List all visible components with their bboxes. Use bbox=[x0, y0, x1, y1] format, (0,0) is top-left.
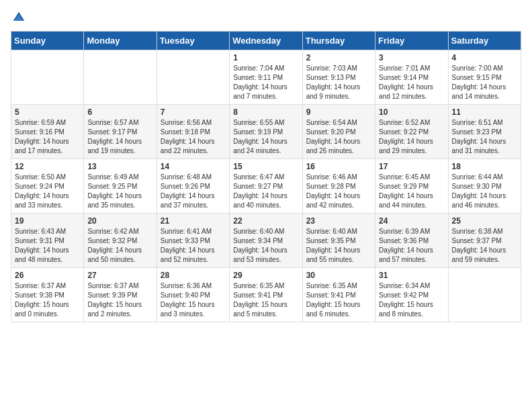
day-info: Sunrise: 6:35 AM Sunset: 9:41 PM Dayligh… bbox=[233, 281, 298, 319]
day-number: 31 bbox=[379, 271, 444, 280]
calendar-header-thursday: Thursday bbox=[302, 32, 375, 50]
day-info: Sunrise: 7:01 AM Sunset: 9:14 PM Dayligh… bbox=[379, 64, 444, 101]
day-number: 29 bbox=[233, 271, 298, 280]
day-info: Sunrise: 6:37 AM Sunset: 9:38 PM Dayligh… bbox=[15, 281, 80, 319]
day-number: 18 bbox=[452, 162, 517, 171]
day-number: 3 bbox=[379, 53, 444, 62]
day-number: 26 bbox=[15, 271, 80, 280]
calendar-cell: 16Sunrise: 6:46 AM Sunset: 9:28 PM Dayli… bbox=[302, 159, 375, 214]
calendar-cell: 3Sunrise: 7:01 AM Sunset: 9:14 PM Daylig… bbox=[375, 50, 448, 105]
day-number: 19 bbox=[15, 216, 80, 226]
day-number: 17 bbox=[379, 162, 444, 171]
day-number: 10 bbox=[379, 107, 444, 117]
calendar-cell: 4Sunrise: 7:00 AM Sunset: 9:15 PM Daylig… bbox=[448, 50, 521, 105]
day-info: Sunrise: 6:57 AM Sunset: 9:17 PM Dayligh… bbox=[87, 118, 152, 156]
calendar-cell: 17Sunrise: 6:45 AM Sunset: 9:29 PM Dayli… bbox=[375, 159, 448, 214]
day-info: Sunrise: 6:45 AM Sunset: 9:29 PM Dayligh… bbox=[379, 173, 444, 210]
day-info: Sunrise: 6:42 AM Sunset: 9:32 PM Dayligh… bbox=[87, 227, 152, 265]
calendar-cell bbox=[84, 50, 157, 105]
day-number: 24 bbox=[379, 216, 444, 226]
calendar-header-wednesday: Wednesday bbox=[230, 32, 302, 50]
page-header bbox=[11, 11, 521, 24]
calendar-cell bbox=[448, 268, 521, 322]
calendar-cell: 27Sunrise: 6:37 AM Sunset: 9:39 PM Dayli… bbox=[84, 268, 157, 322]
day-info: Sunrise: 6:59 AM Sunset: 9:16 PM Dayligh… bbox=[15, 118, 80, 156]
calendar-cell: 13Sunrise: 6:49 AM Sunset: 9:25 PM Dayli… bbox=[84, 159, 157, 214]
day-info: Sunrise: 6:52 AM Sunset: 9:22 PM Dayligh… bbox=[379, 118, 444, 156]
calendar-week-row: 5Sunrise: 6:59 AM Sunset: 9:16 PM Daylig… bbox=[11, 105, 521, 159]
calendar-cell: 23Sunrise: 6:40 AM Sunset: 9:35 PM Dayli… bbox=[302, 214, 375, 268]
day-info: Sunrise: 6:46 AM Sunset: 9:28 PM Dayligh… bbox=[306, 173, 371, 210]
calendar-cell: 24Sunrise: 6:39 AM Sunset: 9:36 PM Dayli… bbox=[375, 214, 448, 268]
day-info: Sunrise: 6:55 AM Sunset: 9:19 PM Dayligh… bbox=[233, 118, 298, 156]
day-number: 12 bbox=[15, 162, 80, 171]
day-number: 13 bbox=[87, 162, 152, 171]
day-number: 22 bbox=[233, 216, 298, 226]
calendar-cell: 19Sunrise: 6:43 AM Sunset: 9:31 PM Dayli… bbox=[11, 214, 84, 268]
day-number: 27 bbox=[87, 271, 152, 280]
day-number: 6 bbox=[87, 107, 152, 117]
day-info: Sunrise: 6:40 AM Sunset: 9:34 PM Dayligh… bbox=[233, 227, 298, 265]
day-number: 11 bbox=[452, 107, 517, 117]
day-number: 21 bbox=[161, 216, 226, 226]
calendar-cell: 11Sunrise: 6:51 AM Sunset: 9:23 PM Dayli… bbox=[448, 105, 521, 159]
calendar-cell: 5Sunrise: 6:59 AM Sunset: 9:16 PM Daylig… bbox=[11, 105, 84, 159]
calendar-cell: 14Sunrise: 6:48 AM Sunset: 9:26 PM Dayli… bbox=[157, 159, 229, 214]
calendar-week-row: 12Sunrise: 6:50 AM Sunset: 9:24 PM Dayli… bbox=[11, 159, 521, 214]
day-number: 23 bbox=[306, 216, 371, 226]
logo bbox=[11, 11, 26, 24]
logo-icon bbox=[12, 11, 26, 24]
day-info: Sunrise: 7:04 AM Sunset: 9:11 PM Dayligh… bbox=[233, 64, 298, 101]
day-info: Sunrise: 6:38 AM Sunset: 9:37 PM Dayligh… bbox=[452, 227, 517, 265]
calendar-cell: 2Sunrise: 7:03 AM Sunset: 9:13 PM Daylig… bbox=[302, 50, 375, 105]
day-number: 1 bbox=[233, 53, 298, 62]
calendar-header-tuesday: Tuesday bbox=[157, 32, 229, 50]
day-info: Sunrise: 6:37 AM Sunset: 9:39 PM Dayligh… bbox=[87, 281, 152, 319]
calendar-cell: 29Sunrise: 6:35 AM Sunset: 9:41 PM Dayli… bbox=[230, 268, 302, 322]
day-number: 9 bbox=[306, 107, 371, 117]
day-info: Sunrise: 6:36 AM Sunset: 9:40 PM Dayligh… bbox=[161, 281, 226, 319]
day-number: 15 bbox=[233, 162, 298, 171]
day-info: Sunrise: 6:39 AM Sunset: 9:36 PM Dayligh… bbox=[379, 227, 444, 265]
day-info: Sunrise: 6:48 AM Sunset: 9:26 PM Dayligh… bbox=[161, 173, 226, 210]
calendar-header-row: SundayMondayTuesdayWednesdayThursdayFrid… bbox=[11, 32, 521, 50]
calendar-header-monday: Monday bbox=[84, 32, 157, 50]
calendar-cell: 9Sunrise: 6:54 AM Sunset: 9:20 PM Daylig… bbox=[302, 105, 375, 159]
day-number: 2 bbox=[306, 53, 371, 62]
day-number: 16 bbox=[306, 162, 371, 171]
day-info: Sunrise: 6:56 AM Sunset: 9:18 PM Dayligh… bbox=[161, 118, 226, 156]
day-info: Sunrise: 6:40 AM Sunset: 9:35 PM Dayligh… bbox=[306, 227, 371, 265]
day-number: 4 bbox=[452, 53, 517, 62]
day-info: Sunrise: 6:51 AM Sunset: 9:23 PM Dayligh… bbox=[452, 118, 517, 156]
day-info: Sunrise: 6:54 AM Sunset: 9:20 PM Dayligh… bbox=[306, 118, 371, 156]
calendar-cell: 21Sunrise: 6:41 AM Sunset: 9:33 PM Dayli… bbox=[157, 214, 229, 268]
day-info: Sunrise: 6:44 AM Sunset: 9:30 PM Dayligh… bbox=[452, 173, 517, 210]
day-info: Sunrise: 6:43 AM Sunset: 9:31 PM Dayligh… bbox=[15, 227, 80, 265]
calendar-cell: 12Sunrise: 6:50 AM Sunset: 9:24 PM Dayli… bbox=[11, 159, 84, 214]
day-info: Sunrise: 6:41 AM Sunset: 9:33 PM Dayligh… bbox=[161, 227, 226, 265]
day-info: Sunrise: 6:35 AM Sunset: 9:41 PM Dayligh… bbox=[306, 281, 371, 319]
day-info: Sunrise: 6:49 AM Sunset: 9:25 PM Dayligh… bbox=[87, 173, 152, 210]
calendar-cell: 20Sunrise: 6:42 AM Sunset: 9:32 PM Dayli… bbox=[84, 214, 157, 268]
calendar-cell bbox=[11, 50, 84, 105]
day-number: 14 bbox=[161, 162, 226, 171]
day-number: 7 bbox=[161, 107, 226, 117]
day-info: Sunrise: 7:03 AM Sunset: 9:13 PM Dayligh… bbox=[306, 64, 371, 101]
day-number: 20 bbox=[87, 216, 152, 226]
day-number: 30 bbox=[306, 271, 371, 280]
calendar-cell: 26Sunrise: 6:37 AM Sunset: 9:38 PM Dayli… bbox=[11, 268, 84, 322]
day-info: Sunrise: 6:47 AM Sunset: 9:27 PM Dayligh… bbox=[233, 173, 298, 210]
calendar-cell: 6Sunrise: 6:57 AM Sunset: 9:17 PM Daylig… bbox=[84, 105, 157, 159]
day-info: Sunrise: 6:34 AM Sunset: 9:42 PM Dayligh… bbox=[379, 281, 444, 319]
calendar-week-row: 19Sunrise: 6:43 AM Sunset: 9:31 PM Dayli… bbox=[11, 214, 521, 268]
calendar-week-row: 26Sunrise: 6:37 AM Sunset: 9:38 PM Dayli… bbox=[11, 268, 521, 322]
calendar-header-saturday: Saturday bbox=[448, 32, 521, 50]
calendar-cell: 7Sunrise: 6:56 AM Sunset: 9:18 PM Daylig… bbox=[157, 105, 229, 159]
calendar-header-sunday: Sunday bbox=[11, 32, 84, 50]
calendar-cell: 25Sunrise: 6:38 AM Sunset: 9:37 PM Dayli… bbox=[448, 214, 521, 268]
calendar-week-row: 1Sunrise: 7:04 AM Sunset: 9:11 PM Daylig… bbox=[11, 50, 521, 105]
day-info: Sunrise: 7:00 AM Sunset: 9:15 PM Dayligh… bbox=[452, 64, 517, 101]
calendar-cell: 28Sunrise: 6:36 AM Sunset: 9:40 PM Dayli… bbox=[157, 268, 229, 322]
day-number: 8 bbox=[233, 107, 298, 117]
calendar-cell: 10Sunrise: 6:52 AM Sunset: 9:22 PM Dayli… bbox=[375, 105, 448, 159]
